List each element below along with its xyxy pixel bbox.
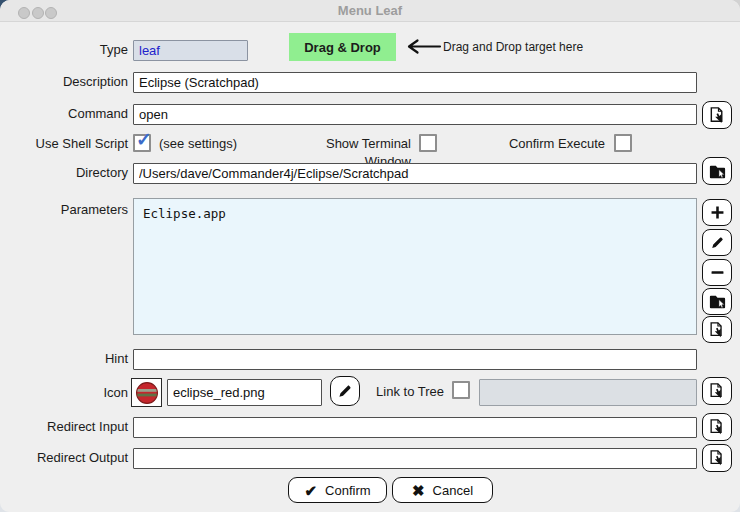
description-label: Description bbox=[0, 72, 128, 92]
file-select-icon bbox=[708, 418, 726, 436]
confirm-execute-label: Confirm Execute bbox=[505, 135, 605, 153]
close-icon: ✖ bbox=[412, 483, 425, 498]
parameter-add-button[interactable] bbox=[702, 199, 732, 226]
eclipse-icon bbox=[135, 381, 159, 405]
icon-file-select-button[interactable] bbox=[702, 377, 732, 405]
file-select-icon bbox=[708, 382, 726, 400]
minus-icon bbox=[709, 264, 726, 281]
see-settings-label: (see settings) bbox=[159, 135, 237, 153]
directory-label: Directory bbox=[0, 163, 128, 183]
confirm-execute-checkbox[interactable] bbox=[614, 134, 632, 152]
use-shell-script-checkbox[interactable]: ✓ bbox=[133, 134, 151, 152]
file-select-icon bbox=[708, 321, 726, 339]
parameter-file-select-button[interactable] bbox=[702, 316, 732, 343]
link-to-tree-checkbox[interactable] bbox=[452, 381, 470, 399]
directory-input[interactable] bbox=[133, 163, 697, 184]
show-terminal-window-checkbox[interactable] bbox=[419, 134, 437, 152]
redirect-input-field[interactable] bbox=[133, 417, 697, 438]
show-terminal-window-label: Show Terminal Window bbox=[280, 135, 411, 153]
check-icon: ✓ bbox=[136, 130, 152, 149]
hint-input[interactable] bbox=[133, 349, 697, 370]
redirect-input-file-select-button[interactable] bbox=[702, 413, 732, 441]
confirm-button[interactable]: ✔ Confirm bbox=[288, 477, 387, 503]
redirect-output-field[interactable] bbox=[133, 448, 697, 469]
link-to-tree-value-field bbox=[479, 379, 697, 406]
file-select-icon bbox=[708, 449, 726, 467]
title-bar[interactable]: Menu Leaf bbox=[0, 0, 740, 22]
parameters-label: Parameters bbox=[0, 200, 128, 220]
icon-filename-input[interactable] bbox=[167, 379, 322, 406]
window-title: Menu Leaf bbox=[0, 0, 740, 22]
redirect-output-file-select-button[interactable] bbox=[702, 444, 732, 472]
parameter-remove-button[interactable] bbox=[702, 259, 732, 286]
drag-drop-target[interactable]: Drag & Drop bbox=[289, 33, 396, 61]
icon-label: Icon bbox=[0, 383, 128, 403]
cancel-button[interactable]: ✖ Cancel bbox=[392, 477, 493, 503]
parameter-edit-button[interactable] bbox=[702, 229, 732, 256]
check-icon: ✔ bbox=[304, 483, 317, 498]
close-window-button[interactable] bbox=[18, 7, 30, 19]
drag-drop-hint-text: Drag and Drop target here bbox=[443, 40, 583, 54]
directory-folder-select-button[interactable] bbox=[702, 157, 732, 185]
icon-preview-button[interactable] bbox=[131, 378, 162, 407]
confirm-button-label: Confirm bbox=[325, 483, 371, 498]
folder-select-icon bbox=[708, 292, 727, 311]
command-label: Command bbox=[0, 104, 128, 124]
file-select-icon bbox=[708, 106, 727, 125]
minimize-window-button[interactable] bbox=[32, 7, 44, 19]
left-arrow-icon bbox=[404, 38, 442, 55]
folder-select-icon bbox=[708, 162, 727, 181]
plus-icon bbox=[709, 204, 726, 221]
link-to-tree-label: Link to Tree bbox=[330, 383, 444, 401]
redirect-input-label: Redirect Input bbox=[0, 417, 128, 437]
type-field[interactable] bbox=[133, 40, 248, 61]
edit-pencil-icon bbox=[709, 234, 726, 251]
command-file-select-button[interactable] bbox=[702, 101, 732, 129]
parameters-textarea[interactable]: Eclipse.app bbox=[133, 198, 697, 335]
use-shell-script-label: Use Shell Script bbox=[0, 134, 128, 154]
type-label: Type bbox=[0, 40, 128, 60]
zoom-window-button[interactable] bbox=[45, 7, 57, 19]
menu-leaf-dialog: Menu Leaf Type Drag & Drop Drag and Drop… bbox=[0, 0, 740, 512]
hint-label: Hint bbox=[0, 349, 128, 369]
cancel-button-label: Cancel bbox=[433, 483, 473, 498]
description-input[interactable] bbox=[133, 72, 697, 93]
command-input[interactable] bbox=[133, 104, 697, 125]
redirect-output-label: Redirect Output bbox=[0, 448, 128, 468]
parameter-folder-select-button[interactable] bbox=[702, 288, 732, 315]
